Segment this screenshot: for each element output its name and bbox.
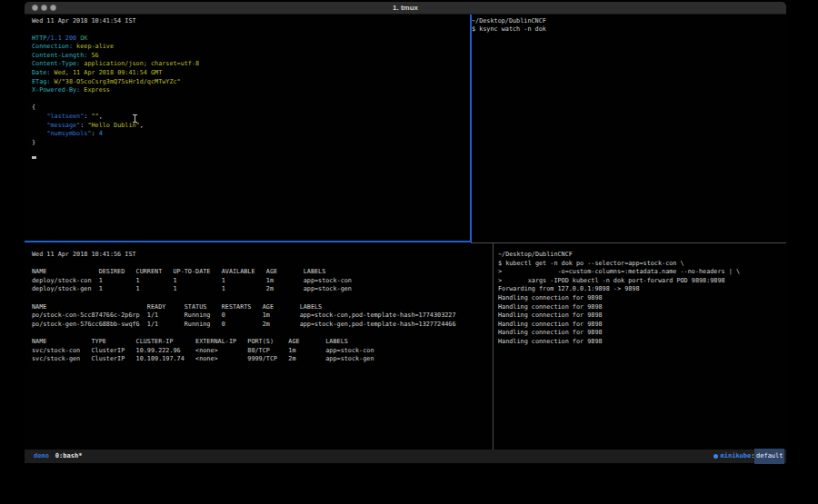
terminal-line: Content-Length: 56 bbox=[32, 52, 476, 61]
terminal-line: "message": "Hello Dublin", bbox=[32, 122, 476, 131]
pane-ksync[interactable]: ~/Desktop/DublinCNCF$ ksync watch -n dok bbox=[472, 15, 786, 243]
terminal-line: X-Powered-By: Express bbox=[32, 86, 476, 95]
terminal-line: svc/stock-gen ClusterIP 10.109.197.74 <n… bbox=[32, 355, 499, 364]
terminal-line: ~/Desktop/DublinCNCF bbox=[472, 17, 786, 26]
terminal-line bbox=[32, 147, 476, 156]
pane-divider-vertical-bottom[interactable] bbox=[493, 243, 494, 450]
terminal-line: HTTP/1.1 200 OK bbox=[32, 35, 476, 44]
status-bar-left: demo 0:bash* bbox=[34, 450, 82, 463]
terminal-line bbox=[32, 95, 476, 104]
tmux-window-label[interactable]: 0:bash* bbox=[55, 450, 83, 463]
terminal-line: { bbox=[32, 104, 476, 113]
pane-http-response[interactable]: Wed 11 Apr 2018 10:41:54 IST HTTP/1.1 20… bbox=[25, 15, 476, 243]
tmux-status-bar: demo 0:bash* minikube : default bbox=[25, 450, 786, 463]
pane-divider-horizontal-active[interactable] bbox=[25, 241, 471, 242]
terminal-line bbox=[32, 25, 476, 35]
terminal-line: Connection: keep-alive bbox=[32, 43, 476, 52]
terminal-window: 1. tmux Wed 11 Apr 2018 10:41:54 IST HTT… bbox=[25, 2, 786, 461]
window-title: 1. tmux bbox=[25, 2, 786, 14]
terminal-line: Date: Wed, 11 Apr 2018 09:41:54 GMT bbox=[32, 69, 476, 78]
terminal-line bbox=[32, 260, 499, 269]
terminal-line: } bbox=[32, 139, 476, 148]
window-titlebar[interactable]: 1. tmux bbox=[25, 2, 786, 15]
terminal-cursor bbox=[32, 156, 36, 159]
terminal-line: po/stock-con-5cc874766c-2p6rp 1/1 Runnin… bbox=[32, 311, 499, 321]
terminal-line: Handling connection for 9898 bbox=[498, 338, 790, 347]
terminal-line: Forwarding from 127.0.0.1:9898 -> 9898 bbox=[498, 285, 790, 294]
terminal-line: $ kubectl get -n dok po --selector=app=s… bbox=[498, 260, 790, 269]
terminal-line: > -o=custom-columns=:metadata.name --no-… bbox=[498, 268, 790, 277]
terminal-line: $ ksync watch -n dok bbox=[472, 25, 786, 35]
terminal-line: deploy/stock-gen 1 1 1 1 2m app=stock-ge… bbox=[32, 285, 499, 294]
terminal-line: NAME READY STATUS RESTARTS AGE LABELS bbox=[32, 303, 499, 312]
terminal-line: > xargs -IPOD kubectl -n dok port-forwar… bbox=[498, 277, 790, 286]
terminal-line: Content-Type: application/json; charset=… bbox=[32, 60, 476, 69]
pane-port-forward[interactable]: ~/Desktop/DublinCNCF$ kubectl get -n dok… bbox=[494, 245, 790, 455]
terminal-line: NAME DESIRED CURRENT UP-TO-DATE AVAILABL… bbox=[32, 268, 499, 277]
terminal-line: Wed 11 Apr 2018 10:41:56 IST bbox=[32, 251, 499, 260]
terminal-line: po/stock-gen-576cc688bb-swqf6 1/1 Runnin… bbox=[32, 321, 499, 330]
terminal-line: Wed 11 Apr 2018 10:41:54 IST bbox=[32, 17, 476, 26]
terminal-line: Handling connection for 9898 bbox=[498, 303, 790, 312]
terminal-line: svc/stock-con ClusterIP 10.99.222.96 <no… bbox=[32, 347, 499, 356]
terminal-line: Handling connection for 9898 bbox=[498, 311, 790, 321]
terminal-line bbox=[32, 294, 499, 303]
kube-cluster-name: minikube bbox=[721, 450, 752, 463]
mouse-cursor-ibeam bbox=[133, 114, 137, 123]
terminal-line: deploy/stock-con 1 1 1 1 1m app=stock-co… bbox=[32, 277, 499, 286]
terminal-line: "numsymbols": 4 bbox=[32, 130, 476, 139]
desktop-background: 1. tmux Wed 11 Apr 2018 10:41:54 IST HTT… bbox=[0, 0, 818, 504]
terminal-line: NAME TYPE CLUSTER-IP EXTERNAL-IP PORT(S)… bbox=[32, 338, 499, 347]
pane-divider-horizontal[interactable] bbox=[471, 242, 786, 243]
terminal-line: Handling connection for 9898 bbox=[498, 321, 790, 330]
kube-namespace: default bbox=[754, 449, 784, 464]
status-bar-right: minikube : default bbox=[713, 450, 784, 463]
terminal-line: Handling connection for 9898 bbox=[498, 329, 790, 338]
pane-kubectl-get[interactable]: Wed 11 Apr 2018 10:41:56 IST NAME DESIRE… bbox=[25, 245, 499, 455]
terminal-line: "lastseen": "", bbox=[32, 113, 476, 122]
terminal-line: ~/Desktop/DublinCNCF bbox=[498, 251, 790, 260]
tmux-session-name: demo bbox=[34, 450, 49, 463]
kubernetes-helm-icon bbox=[713, 454, 718, 459]
terminal-line: ETag: W/"38-O5coCsrg3mQ75sHr1d/qcMTwYZc" bbox=[32, 78, 476, 87]
terminal-line bbox=[32, 329, 499, 338]
terminal-line: Handling connection for 9898 bbox=[498, 294, 790, 303]
